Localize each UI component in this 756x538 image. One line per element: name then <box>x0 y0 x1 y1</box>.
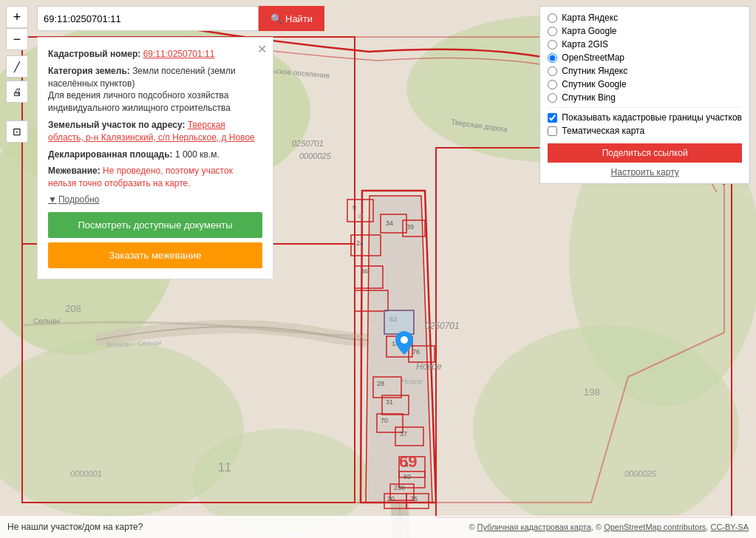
svg-text:21: 21 <box>358 213 364 219</box>
not-found-text: Не нашли участок/дом на карте? <box>7 522 143 532</box>
map-type-osm[interactable]: OpenStreetMap <box>548 52 742 63</box>
area-label: Декларированная площадь: <box>48 149 173 160</box>
svg-text:39: 39 <box>406 223 414 231</box>
map-type-2gis[interactable]: Карта 2GIS <box>548 39 742 50</box>
svg-text:69: 69 <box>399 452 417 471</box>
divider-1 <box>548 107 742 108</box>
svg-text:0000001: 0000001 <box>70 469 102 478</box>
map-type-yandex-sat[interactable]: Спутник Яндекс <box>548 66 742 76</box>
radio-2gis[interactable] <box>548 40 557 50</box>
address-label: Земельный участок по адресу: <box>48 120 185 130</box>
svg-text:76: 76 <box>412 348 420 355</box>
svg-text:Новое: Новое <box>401 378 423 386</box>
cadastral-checkbox[interactable] <box>548 113 557 123</box>
category-label: Категория земель: <box>48 66 130 76</box>
checkbox-cadastral-boundaries[interactable]: Показывать кадастровые границы участков <box>548 112 742 123</box>
share-link-button[interactable]: Поделиться ссылкой <box>548 143 742 163</box>
svg-text:24: 24 <box>356 239 364 247</box>
svg-text:0250701: 0250701 <box>425 321 460 331</box>
order-button[interactable]: Заказать межевание <box>48 242 262 268</box>
zoom-out-button[interactable]: − <box>6 28 28 50</box>
attribution-text: © Публичная кадастровая карта, © OpenStr… <box>469 522 749 531</box>
location-icon: ⊡ <box>13 126 21 137</box>
radio-google-sat[interactable] <box>548 80 557 89</box>
checkbox-thematic[interactable]: Тематическая карта <box>548 126 742 136</box>
cadastral-row: Кадастровый номер: 69:11:0250701:11 <box>48 48 262 61</box>
svg-text:31: 31 <box>386 398 393 406</box>
arrow-icon: ▼ <box>48 194 57 205</box>
area-row: Декларированная площадь: 1 000 кв.м. <box>48 149 262 161</box>
mezh-label: Межевание: <box>48 166 101 176</box>
radio-bing-sat[interactable] <box>548 93 557 103</box>
svg-text:208: 208 <box>65 303 81 314</box>
map-type-panel: Карта Яндекс Карта Google Карта 2GIS Ope… <box>539 6 750 184</box>
map-container[interactable]: Сельцы 9 34 39 24 36 21 63 14 76 28 31 7… <box>0 0 756 538</box>
cadastral-number-link[interactable]: 69:11:0250701:11 <box>143 49 215 59</box>
svg-text:0000025: 0000025 <box>624 469 657 478</box>
category-row: Категория земель: Земли поселений (земли… <box>48 65 262 115</box>
ruler-icon: ╱ <box>14 61 20 72</box>
radio-yandex-map[interactable] <box>548 13 557 23</box>
map-type-google-map[interactable]: Карта Google <box>548 26 742 36</box>
svg-text:11: 11 <box>218 461 231 474</box>
mezh-row: Межевание: Не проведено, поэтому участок… <box>48 165 262 190</box>
svg-text:70: 70 <box>381 417 388 424</box>
left-tools: ╱ 🖨 ⊡ <box>6 55 28 143</box>
area-value: 1 000 кв.м. <box>175 149 219 160</box>
osm-attribution-link[interactable]: OpenStreetMap contributors <box>604 522 706 531</box>
search-icon: 🔍 <box>270 13 282 24</box>
info-panel: ✕ Кадастровый номер: 69:11:0250701:11 Ка… <box>37 37 273 279</box>
search-input[interactable]: 69:11:0250701:11 <box>37 6 259 31</box>
location-button[interactable]: ⊡ <box>6 120 28 143</box>
map-type-google-sat[interactable]: Спутник Google <box>548 79 742 89</box>
radio-yandex-sat[interactable] <box>548 67 557 76</box>
svg-text:198: 198 <box>584 387 600 398</box>
svg-text:9: 9 <box>353 204 356 211</box>
cadastral-label: Кадастровый номер: <box>48 49 140 59</box>
svg-text:0000025: 0000025 <box>299 151 332 160</box>
address-row: Земельный участок по адресу: Тверская об… <box>48 119 262 144</box>
svg-text:Сельцы: Сельцы <box>33 316 61 325</box>
svg-text:0250701: 0250701 <box>292 139 324 148</box>
svg-text:60: 60 <box>403 473 411 480</box>
map-marker[interactable] <box>395 331 413 357</box>
close-panel-button[interactable]: ✕ <box>257 42 267 56</box>
svg-text:34: 34 <box>386 219 393 227</box>
svg-text:Новое: Новое <box>416 361 442 372</box>
cc-license-link[interactable]: CC-BY-SA <box>710 522 749 531</box>
docs-button[interactable]: Посмотреть доступные документы <box>48 212 262 238</box>
radio-osm[interactable] <box>548 53 557 63</box>
svg-text:28: 28 <box>377 380 384 387</box>
search-button[interactable]: 🔍 Найти <box>259 6 324 31</box>
print-icon: 🖨 <box>13 86 22 98</box>
print-button[interactable]: 🖨 <box>6 81 28 103</box>
svg-text:75: 75 <box>410 495 418 503</box>
search-bar: 69:11:0250701:11 🔍 Найти <box>37 6 324 31</box>
zoom-in-button[interactable]: + <box>6 6 28 28</box>
ruler-tool-button[interactable]: ╱ <box>6 55 28 78</box>
cadastral-attribution-link[interactable]: Публичная кадастровая карта <box>477 522 591 531</box>
map-type-yandex-map[interactable]: Карта Яндекс <box>548 13 742 23</box>
configure-map-link[interactable]: Настроить карту <box>548 167 742 177</box>
bottom-bar: Не нашли участок/дом на карте? © Публичн… <box>0 516 756 538</box>
zoom-controls: + − <box>6 6 28 50</box>
svg-text:20: 20 <box>387 495 395 503</box>
svg-text:37: 37 <box>400 430 407 437</box>
thematic-checkbox[interactable] <box>548 126 557 136</box>
map-type-bing-sat[interactable]: Спутник Bing <box>548 92 742 103</box>
svg-point-67 <box>401 336 408 344</box>
svg-text:36: 36 <box>361 268 368 275</box>
svg-point-5 <box>473 325 739 532</box>
details-link[interactable]: ▼ Подробно <box>48 194 262 205</box>
svg-text:236: 236 <box>394 484 405 491</box>
category-detail: Для ведения личного подсобного хозяйства… <box>48 90 231 113</box>
radio-google-map[interactable] <box>548 27 557 36</box>
